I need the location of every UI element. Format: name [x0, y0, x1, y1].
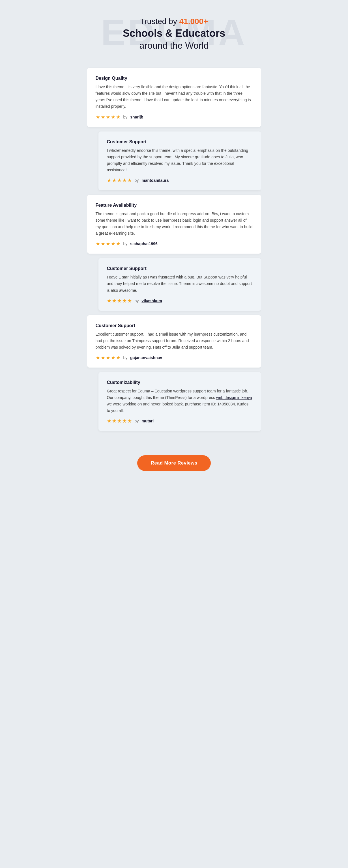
review-text-3: The theme is great and pack a good bundl…	[96, 211, 253, 237]
hero-line1-prefix: Trusted by	[140, 17, 179, 26]
review-card-5: Customer Support Excellent customer supp…	[87, 315, 261, 368]
review-text-4: I gave 1 star initially as I was frustra…	[107, 274, 253, 293]
star-3: ★	[117, 298, 122, 304]
star-1: ★	[107, 298, 112, 304]
review-stars-5: ★ ★ ★ ★ ★	[96, 354, 120, 361]
review-author-1: sharijb	[130, 115, 143, 119]
review-card-3: Feature Availability The theme is great …	[87, 195, 261, 254]
star-5: ★	[127, 418, 132, 424]
star-2: ★	[101, 354, 105, 361]
review-by-4: by	[135, 299, 139, 303]
hero-line3: around the World	[98, 40, 250, 51]
review-title-1: Design Quality	[96, 76, 253, 81]
review-stars-4: ★ ★ ★ ★ ★	[107, 298, 132, 304]
hero-section: EDUMA Trusted by 41.000+ Schools & Educa…	[87, 0, 261, 65]
hero-highlight: 41.000+	[179, 17, 208, 26]
star-5: ★	[116, 241, 120, 247]
star-4: ★	[122, 418, 127, 424]
review-by-6: by	[135, 419, 139, 423]
review-title-5: Customer Support	[96, 323, 253, 328]
star-5: ★	[127, 177, 132, 184]
star-2: ★	[112, 418, 117, 424]
star-4: ★	[111, 114, 115, 120]
review-footer-4: ★ ★ ★ ★ ★ by vikashkum	[107, 298, 253, 304]
review-footer-5: ★ ★ ★ ★ ★ by gajananvaishnav	[96, 354, 253, 361]
star-4: ★	[122, 177, 127, 184]
star-3: ★	[106, 114, 110, 120]
star-2: ★	[101, 241, 105, 247]
star-2: ★	[101, 114, 105, 120]
read-more-button[interactable]: Read More Reviews	[137, 455, 211, 471]
review-by-2: by	[135, 178, 139, 183]
review-footer-2: ★ ★ ★ ★ ★ by mantoanilaura	[107, 177, 253, 184]
star-1: ★	[96, 114, 100, 120]
review-author-5: gajananvaishnav	[130, 355, 162, 360]
review-author-2: mantoanilaura	[142, 178, 169, 183]
review-text-6: Great respect for Eduma – Education word…	[107, 388, 253, 414]
hero-content: Trusted by 41.000+ Schools & Educators a…	[98, 17, 250, 51]
review-card-1: Design Quality I love this theme. It's v…	[87, 68, 261, 127]
star-2: ★	[112, 177, 117, 184]
review-by-5: by	[123, 355, 127, 360]
review-title-2: Customer Support	[107, 140, 253, 145]
star-1: ★	[96, 241, 100, 247]
review-author-4[interactable]: vikashkum	[142, 299, 162, 303]
hero-line2: Schools & Educators	[98, 27, 250, 39]
review-text-1: I love this theme. It's very flexible an…	[96, 84, 253, 110]
star-1: ★	[96, 354, 100, 361]
review-stars-1: ★ ★ ★ ★ ★	[96, 114, 120, 120]
star-4: ★	[122, 298, 127, 304]
review-text-5: Excellent customer support. I had a smal…	[96, 331, 253, 350]
star-2: ★	[112, 298, 117, 304]
review-title-3: Feature Availability	[96, 203, 253, 208]
star-4: ★	[111, 241, 115, 247]
review-title-6: Customizability	[107, 380, 253, 385]
star-1: ★	[107, 177, 112, 184]
star-5: ★	[127, 298, 132, 304]
review-footer-1: ★ ★ ★ ★ ★ by sharijb	[96, 114, 253, 120]
review-stars-3: ★ ★ ★ ★ ★	[96, 241, 120, 247]
web-design-link[interactable]: web design in kenya	[216, 395, 252, 400]
star-3: ★	[106, 354, 110, 361]
review-footer-6: ★ ★ ★ ★ ★ by mutari	[107, 418, 253, 424]
star-3: ★	[117, 418, 122, 424]
star-4: ★	[111, 354, 115, 361]
star-5: ★	[116, 114, 120, 120]
hero-line1: Trusted by 41.000+	[98, 17, 250, 26]
review-text-2: I wholeheartedly endorse this theme, wit…	[107, 147, 253, 173]
review-stars-6: ★ ★ ★ ★ ★	[107, 418, 132, 424]
review-card-2: Customer Support I wholeheartedly endors…	[98, 131, 261, 190]
review-by-3: by	[123, 242, 127, 246]
review-author-6: mutari	[142, 419, 154, 423]
star-3: ★	[106, 241, 110, 247]
review-author-3: sichaphat1996	[130, 242, 157, 246]
review-footer-3: ★ ★ ★ ★ ★ by sichaphat1996	[96, 241, 253, 247]
star-1: ★	[107, 418, 112, 424]
read-more-section: Read More Reviews	[87, 447, 261, 485]
review-title-4: Customer Support	[107, 266, 253, 271]
review-stars-2: ★ ★ ★ ★ ★	[107, 177, 132, 184]
star-5: ★	[116, 354, 120, 361]
review-card-6: Customizability Great respect for Eduma …	[98, 372, 261, 431]
review-card-4: Customer Support I gave 1 star initially…	[98, 258, 261, 310]
star-3: ★	[117, 177, 122, 184]
review-by-1: by	[123, 115, 127, 119]
reviews-container: Design Quality I love this theme. It's v…	[87, 65, 261, 447]
